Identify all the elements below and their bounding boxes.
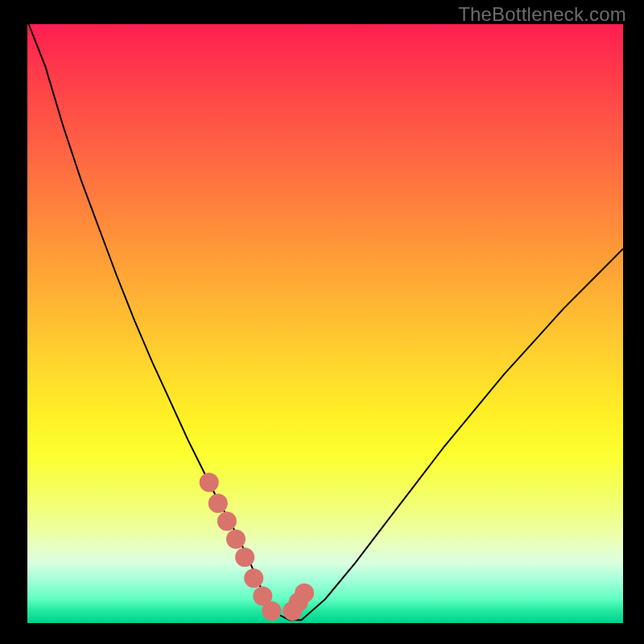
chart-overlay-svg: [0, 0, 644, 644]
highlight-marker: [235, 547, 254, 567]
curve-layer: [27, 21, 623, 620]
highlight-marker: [226, 530, 246, 549]
marker-layer: [200, 473, 314, 621]
highlight-marker: [208, 493, 228, 513]
bottleneck-curve-path: [27, 21, 623, 620]
highlight-marker: [244, 568, 263, 588]
highlight-marker: [217, 512, 237, 531]
chart-frame: TheBottleneck.com: [0, 0, 644, 644]
highlight-marker: [262, 601, 281, 621]
watermark-text: TheBottleneck.com: [458, 3, 626, 26]
highlight-marker: [295, 584, 314, 603]
highlight-marker: [200, 473, 219, 492]
